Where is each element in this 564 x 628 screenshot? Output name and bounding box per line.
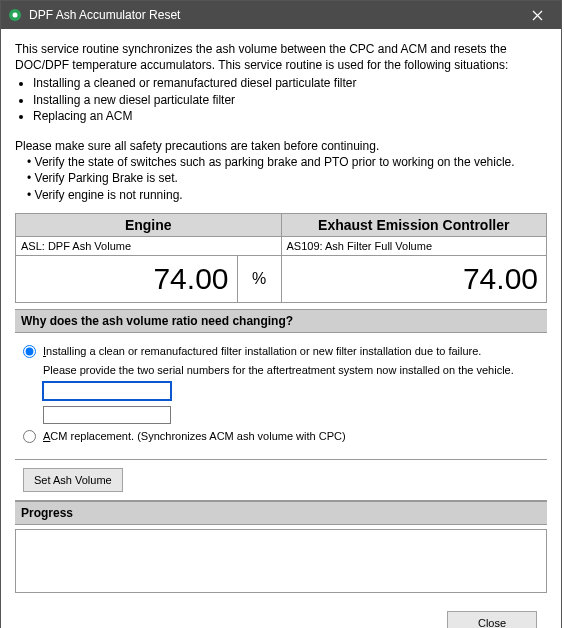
intro-text: This service routine synchronizes the as… — [15, 41, 547, 203]
intro-bullets: Installing a cleaned or remanufactured d… — [15, 75, 547, 124]
precaution-bullet: Verify Parking Brake is set. — [27, 170, 547, 186]
serial-number-1-input[interactable] — [43, 382, 171, 400]
option-filter-install[interactable]: Installing a clean or remanufactured fil… — [23, 345, 539, 358]
option-acm-replacement[interactable]: ACM replacement. (Synchronizes ACM ash v… — [23, 430, 539, 443]
svg-point-1 — [13, 13, 18, 18]
precaution-bullet: Verify the state of switches such as par… — [27, 154, 547, 170]
engine-ash-unit: % — [237, 256, 281, 302]
option-acm-replacement-radio[interactable] — [23, 430, 36, 443]
progress-header: Progress — [15, 501, 547, 525]
engine-panel-sublabel: ASL: DPF Ash Volume — [16, 237, 281, 256]
intro-bullet: Installing a cleaned or remanufactured d… — [33, 75, 547, 91]
exhaust-panel: Exhaust Emission Controller AS109: Ash F… — [281, 214, 547, 302]
serial-number-2-input[interactable] — [43, 406, 171, 424]
exhaust-panel-sublabel: AS109: Ash Filter Full Volume — [282, 237, 547, 256]
exhaust-panel-header: Exhaust Emission Controller — [282, 214, 547, 237]
option-filter-install-label: Installing a clean or remanufactured fil… — [43, 345, 481, 357]
titlebar: DPF Ash Accumulator Reset — [1, 1, 561, 29]
precaution-paragraph: Please make sure all safety precautions … — [15, 138, 547, 154]
precaution-bullet: Verify engine is not running. — [27, 187, 547, 203]
value-panels: Engine ASL: DPF Ash Volume 74.00 % Exhau… — [15, 213, 547, 303]
option-filter-install-radio[interactable] — [23, 345, 36, 358]
engine-panel: Engine ASL: DPF Ash Volume 74.00 % — [16, 214, 281, 302]
dialog-body: This service routine synchronizes the as… — [1, 29, 561, 628]
engine-ash-value: 74.00 — [16, 256, 237, 302]
intro-bullet: Replacing an ACM — [33, 108, 547, 124]
precaution-bullets: Verify the state of switches such as par… — [15, 154, 547, 203]
option-acm-replacement-label: ACM replacement. (Synchronizes ACM ash v… — [43, 430, 346, 442]
exhaust-ash-value: 74.00 — [282, 256, 547, 302]
intro-paragraph: This service routine synchronizes the as… — [15, 41, 547, 73]
app-icon — [7, 7, 23, 23]
close-button[interactable]: Close — [447, 611, 537, 628]
progress-box — [15, 529, 547, 593]
intro-bullet: Installing a new diesel particulate filt… — [33, 92, 547, 108]
engine-panel-header: Engine — [16, 214, 281, 237]
set-ash-volume-button[interactable]: Set Ash Volume — [23, 468, 123, 492]
options-group: Installing a clean or remanufactured fil… — [15, 333, 547, 460]
window-title: DPF Ash Accumulator Reset — [29, 8, 519, 22]
close-icon[interactable] — [519, 1, 555, 29]
serial-instruction: Please provide the two serial numbers fo… — [43, 364, 539, 376]
dialog-window: DPF Ash Accumulator Reset This service r… — [0, 0, 562, 628]
question-header: Why does the ash volume ratio need chang… — [15, 309, 547, 333]
